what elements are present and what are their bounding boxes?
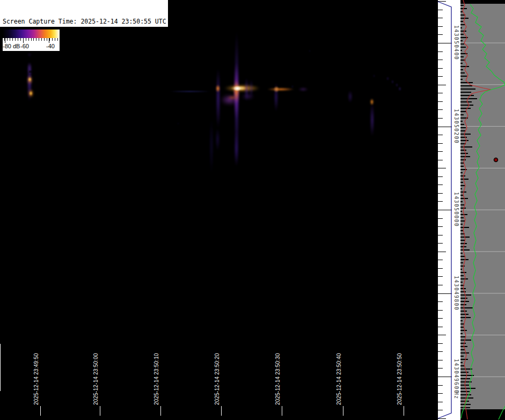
panel-noise-bar [460,349,465,350]
panel-noise-bar [460,50,462,51]
db-minor-tick [55,38,55,41]
panel-noise-bar [460,378,470,379]
panel-noise-bar [460,76,467,77]
panel-noise-bar [460,320,463,321]
panel-noise-bar [460,114,464,115]
panel-noise-bar [460,85,472,86]
panel-noise-bar [460,182,463,183]
panel-noise-bar [460,243,467,244]
panel-noise-bar [460,249,470,250]
db-major-tick [23,38,24,43]
panel-noise-bar [460,92,471,93]
panel-noise-bar [460,140,469,141]
panel-noise-bar [460,153,468,154]
panel-noise-bar [460,372,469,373]
panel-noise-bar [460,397,473,399]
db-minor-tick [31,38,32,41]
panel-noise-bar [460,40,463,41]
panel-noise-bar [460,175,465,176]
capture-time-text: Screen Capture Time: 2025-12-14 23:50:55… [3,18,168,26]
panel-noise-bar [460,166,464,167]
panel-noise-bar [460,240,465,241]
db-scale-label: -40 [46,43,55,49]
panel-noise-bar [460,220,465,222]
db-minor-tick [12,38,13,41]
panel-noise-bar [460,224,463,225]
db-minor-tick [7,38,8,41]
panel-noise-bar [460,11,463,12]
panel-noise-bar [460,66,469,67]
panel-noise-bar [460,307,473,308]
panel-noise-bar [460,179,469,180]
db-minor-tick [20,38,21,41]
panel-noise-bar [460,146,472,148]
panel-noise-bar [460,172,463,173]
panel-noise-bar [460,43,464,45]
db-minor-tick [26,38,26,41]
panel-noise-bar [460,5,464,6]
panel-noise-bar [460,185,465,186]
panel-noise-bar [460,323,464,325]
panel-noise-bar [460,266,465,267]
panel-noise-bar [460,69,463,70]
db-minor-tick [44,38,45,41]
panel-noise-bar [460,82,473,83]
panel-noise-bar [460,79,463,80]
panel-noise-bar [460,89,475,90]
panel-noise-bar [460,56,464,57]
panel-noise-bar [460,204,464,205]
db-minor-tick [15,38,16,41]
frequency-range-bracket [438,2,451,418]
panel-noise-bar [460,98,477,99]
panel-noise-bar [460,304,466,305]
panel-noise-bar [460,111,466,112]
db-minor-tick [52,38,53,41]
panel-noise-bar [460,401,469,402]
panel-noise-bar [460,365,464,366]
db-scale-label: -60 [20,43,29,49]
db-minor-tick [28,38,29,41]
db-minor-tick [33,38,34,41]
panel-noise-bar [460,269,462,270]
db-minor-tick [36,38,36,41]
panel-noise-bar [460,201,463,202]
panel-noise-bar [460,298,467,299]
config-text: Config = V8 [3,68,168,76]
panel-noise-bar [460,127,466,128]
panel-noise-bar [460,388,475,389]
panel-noise-bar [460,272,466,273]
panel-noise-bar [460,227,469,228]
db-minor-tick [10,38,10,41]
panel-noise-bar [460,330,467,331]
panel-noise-bar [460,95,474,96]
panel-noise-bar [460,294,471,296]
panel-noise-bar [460,24,465,25]
panel-noise-bar [460,259,469,260]
panel-noise-bar [460,311,467,312]
panel-noise-bar [460,27,462,28]
panel-noise-bar [460,130,465,131]
panel-noise-bar [460,217,464,218]
db-major-tick [5,38,5,43]
spectrogram-app-window: 2025-12-14 23:49:502025-12-14 23:50:0020… [0,0,505,420]
db-minor-tick [47,38,47,41]
panel-noise-bar [460,101,472,102]
panel-noise-bar [460,72,465,73]
panel-noise-bar [460,275,464,276]
panel-noise-bar [460,253,463,254]
panel-noise-bar [460,333,463,334]
capture-info-box: Screen Capture Time: 2025-12-14 23:50:55… [0,0,168,27]
panel-noise-bar [460,278,468,279]
panel-noise-bar [460,31,466,32]
panel-noise-bar [460,124,464,125]
panel-noise-bar [460,108,471,109]
db-scale-label: -80 dB [3,43,20,49]
db-minor-tick [49,38,50,41]
panel-noise-bar [460,134,471,135]
db-major-tick [49,38,49,43]
panel-noise-bar [460,362,463,363]
panel-noise-bar [460,137,467,138]
panel-noise-bar [460,21,463,22]
panel-noise-bar [460,188,462,189]
panel-noise-bar [460,327,464,328]
